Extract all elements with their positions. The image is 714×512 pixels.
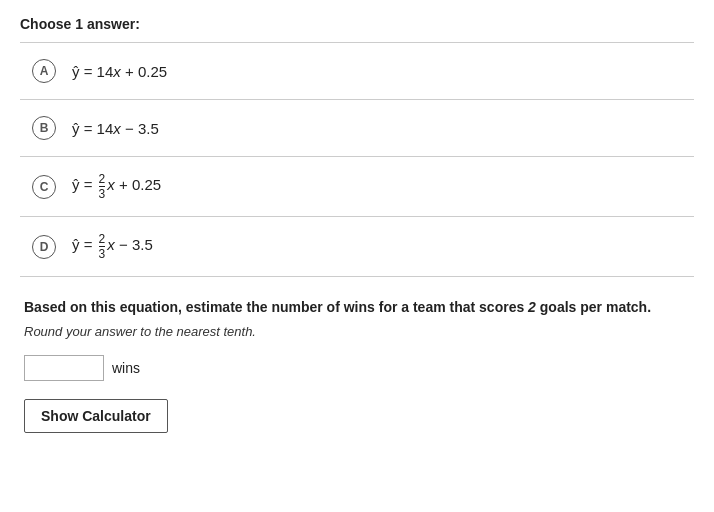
option-b[interactable]: B ŷ = 14x − 3.5 [20,100,694,157]
question-section: Based on this equation, estimate the num… [20,297,694,433]
option-c-text: ŷ = 23x + 0.25 [72,173,161,200]
option-c[interactable]: C ŷ = 23x + 0.25 [20,157,694,217]
wins-label: wins [112,360,140,376]
option-d-circle: D [32,235,56,259]
show-calculator-button[interactable]: Show Calculator [24,399,168,433]
option-a-text: ŷ = 14x + 0.25 [72,63,167,80]
question-subtext: Round your answer to the nearest tenth. [24,324,690,339]
header-label: Choose 1 answer: [20,16,694,32]
wins-row: wins [24,355,690,381]
option-a[interactable]: A ŷ = 14x + 0.25 [20,43,694,100]
question-main-text: Based on this equation, estimate the num… [24,297,690,318]
option-d[interactable]: D ŷ = 23x − 3.5 [20,217,694,277]
option-a-circle: A [32,59,56,83]
option-b-circle: B [32,116,56,140]
option-c-circle: C [32,175,56,199]
option-b-text: ŷ = 14x − 3.5 [72,120,159,137]
wins-input[interactable] [24,355,104,381]
option-d-text: ŷ = 23x − 3.5 [72,233,153,260]
